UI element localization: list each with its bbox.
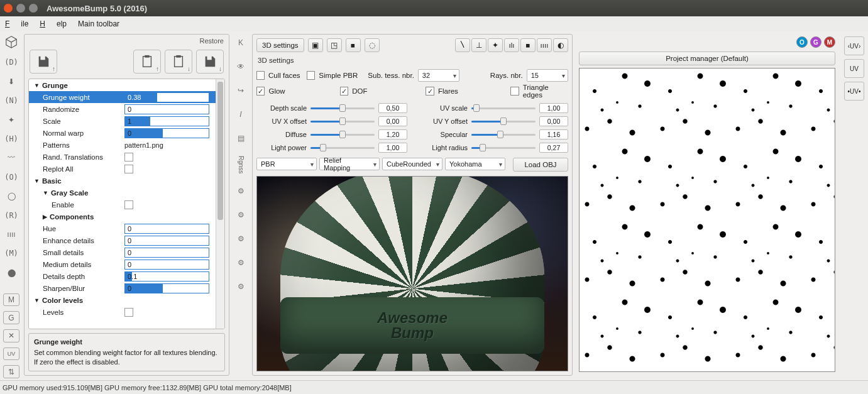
uv-dots-button[interactable]: •UV• xyxy=(844,82,864,101)
gear5-icon[interactable]: ⚙ xyxy=(234,280,248,293)
cube-btn[interactable]: ▣ xyxy=(308,38,323,52)
g-button[interactable]: G xyxy=(3,311,19,324)
dof-check[interactable] xyxy=(340,87,348,96)
section-basic[interactable]: Basic xyxy=(29,175,224,187)
gear2-icon[interactable]: ⚙ xyxy=(234,209,248,221)
height-tab-icon[interactable]: (H) xyxy=(3,132,20,146)
cull-faces-check[interactable] xyxy=(256,71,265,80)
cube-select[interactable]: CubeRounded xyxy=(382,158,442,170)
normal-tab-icon[interactable]: (N) xyxy=(3,94,20,107)
env-select[interactable]: Yokohama xyxy=(445,158,505,170)
x-button[interactable]: ✕ xyxy=(3,329,19,342)
uv-button[interactable]: UV xyxy=(3,347,19,361)
prop-enhance[interactable]: Enhance details 0 xyxy=(29,234,224,246)
subtess-select[interactable]: 32 xyxy=(418,69,459,82)
slider-uv-scale[interactable]: UV scale1,00 xyxy=(417,102,568,114)
close-icon[interactable] xyxy=(4,4,13,13)
prop-patterns[interactable]: Patterns pattern1.png xyxy=(29,139,224,151)
3d-settings-button[interactable]: 3D settings xyxy=(256,38,304,52)
eye-icon[interactable]: 👁 xyxy=(234,60,248,73)
paste-up-button[interactable]: ↑ xyxy=(133,50,161,74)
move-button[interactable]: ⇅ xyxy=(3,365,19,378)
project-manager-button[interactable]: Project manager (Default) xyxy=(579,52,835,65)
diffuse-tab-icon[interactable]: (D) xyxy=(3,55,20,69)
star-icon[interactable]: ✦ xyxy=(3,112,20,126)
k-icon[interactable]: K xyxy=(234,36,248,49)
prop-sharpen[interactable]: Sharpen/Blur 0 xyxy=(29,282,224,294)
graph1-icon[interactable]: 〵 xyxy=(455,38,470,52)
simple-pbr-check[interactable] xyxy=(307,71,315,80)
menu-help[interactable]: Help xyxy=(40,19,67,28)
gear-icon[interactable]: ⚙ xyxy=(234,185,248,197)
prop-enable[interactable]: Enable xyxy=(29,199,224,211)
arrow-icon[interactable]: ↪ xyxy=(234,84,248,97)
graph2-icon[interactable]: ⊥ xyxy=(471,38,486,52)
roughness-tab-icon[interactable]: (R) xyxy=(3,208,20,222)
graph7-icon[interactable]: ◐ xyxy=(553,38,568,52)
uv-button[interactable]: UV xyxy=(844,59,864,78)
channel-g-icon[interactable]: G xyxy=(810,36,821,48)
circle-icon[interactable]: ◯ xyxy=(3,189,20,203)
occlusion-tab-icon[interactable]: (O) xyxy=(3,170,20,184)
prop-normal-warp[interactable]: Normal warp 0 xyxy=(29,127,224,139)
prop-grunge-weight[interactable]: Grunge weight 0.38 xyxy=(29,91,224,103)
graph3-icon[interactable]: ✦ xyxy=(488,38,503,52)
metallic-tab-icon[interactable]: (M) xyxy=(3,246,20,260)
prop-scale[interactable]: Scale 1 xyxy=(29,115,224,127)
menu-file[interactable]: File xyxy=(5,19,28,28)
graph6-icon[interactable]: ıııı xyxy=(537,38,552,52)
section-grayscale[interactable]: Gray Scale xyxy=(29,187,224,199)
save-button[interactable]: ↑ xyxy=(30,50,57,74)
graph5-icon[interactable]: ■ xyxy=(520,38,536,52)
italic-icon[interactable]: I xyxy=(234,108,248,121)
down-arrow-icon[interactable]: ⬇ xyxy=(3,75,20,89)
camera-btn[interactable]: ■ xyxy=(346,38,361,52)
paste-down-button[interactable]: ↓ xyxy=(165,50,192,74)
wire-btn[interactable]: ◳ xyxy=(327,38,342,52)
prop-depth[interactable]: Details depth 0.1 xyxy=(29,270,224,282)
section-grunge[interactable]: Grunge xyxy=(29,79,224,91)
slider-specular[interactable]: Specular1,16 xyxy=(417,129,568,140)
m-button[interactable]: M xyxy=(3,293,19,307)
relief-select[interactable]: Relief Mapping xyxy=(319,158,380,170)
scrollbar[interactable] xyxy=(216,79,224,329)
section-colorlevels[interactable]: Color levels xyxy=(29,294,224,306)
slider-depth-scale[interactable]: Depth scale0,50 xyxy=(256,102,407,114)
slider-light-power[interactable]: Light power1,00 xyxy=(256,142,407,153)
prop-randomize[interactable]: Randomize 0 xyxy=(29,103,224,115)
prop-small[interactable]: Small details 0 xyxy=(29,246,224,258)
slider-uv-y-offset[interactable]: UV Y offset0,00 xyxy=(417,116,568,127)
prop-medium[interactable]: Medium details 0 xyxy=(29,258,224,270)
bars-icon[interactable]: ıııı xyxy=(3,227,20,241)
section-components[interactable]: Components xyxy=(29,211,224,222)
wave-icon[interactable]: 〰 xyxy=(3,151,20,165)
flares-check[interactable] xyxy=(426,87,434,96)
gear3-icon[interactable]: ⚙ xyxy=(234,233,248,245)
triangle-edges-check[interactable] xyxy=(510,87,519,96)
sphere-icon[interactable]: ⬤ xyxy=(3,266,20,280)
minimize-icon[interactable] xyxy=(16,4,25,13)
gear4-icon[interactable]: ⚙ xyxy=(234,256,248,269)
texture-preview[interactable] xyxy=(579,68,835,372)
slider-diffuse[interactable]: Diffuse1,20 xyxy=(256,129,407,140)
layers-icon[interactable]: ▤ xyxy=(234,132,248,145)
glow-check[interactable] xyxy=(256,87,265,96)
prop-rand-trans[interactable]: Rand. Translations xyxy=(29,151,224,163)
channel-o-icon[interactable]: O xyxy=(796,36,808,48)
rays-select[interactable]: 15 xyxy=(527,69,568,82)
slider-light-radius[interactable]: Light radius0,27 xyxy=(417,142,568,153)
3d-preview[interactable]: Awesome Bump xyxy=(256,176,568,371)
menu-main-toolbar[interactable]: Main toolbar xyxy=(78,19,119,28)
channel-m-icon[interactable]: M xyxy=(824,36,835,48)
maximize-icon[interactable] xyxy=(29,4,38,13)
save-down-button[interactable]: ↓ xyxy=(196,50,224,74)
prop-hue[interactable]: Hue 0 xyxy=(29,222,224,234)
load-obj-button[interactable]: Load OBJ xyxy=(513,158,568,172)
prop-replot[interactable]: Replot All xyxy=(29,163,224,175)
target-btn[interactable]: ◌ xyxy=(365,38,380,52)
graph4-icon[interactable]: ılı xyxy=(504,38,519,52)
uv-arrows-button[interactable]: ‹UV› xyxy=(844,36,864,55)
prop-levels[interactable]: Levels xyxy=(29,306,224,318)
pbr-select[interactable]: PBR xyxy=(256,158,317,170)
restore-link[interactable]: Restore xyxy=(199,37,224,45)
